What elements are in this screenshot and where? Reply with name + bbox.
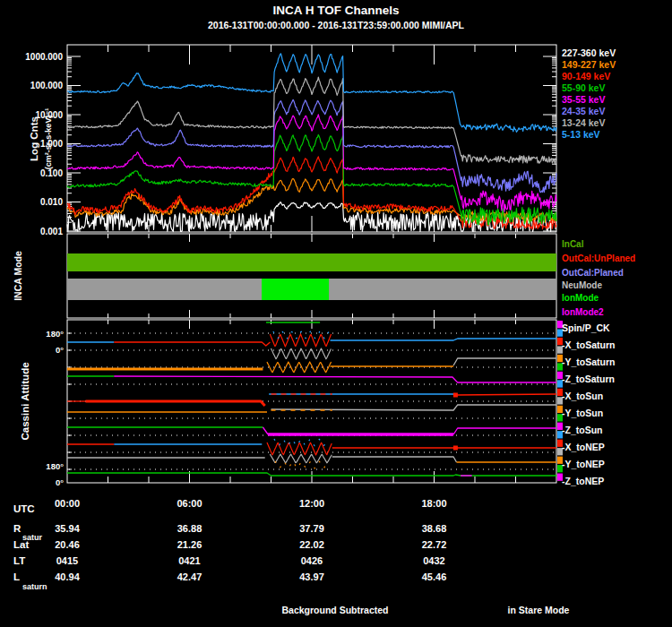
- utc-axis-label: 00:00: [55, 498, 80, 509]
- attitude-axis-label: Cassini Attitude: [20, 362, 30, 440]
- table-value-Lat-3: 22.72: [422, 539, 447, 550]
- table-value-R-2: 37.79: [299, 523, 324, 534]
- table-value-L-0: 40.94: [55, 571, 80, 582]
- attitude-legend--X_toSun: -X_toSun: [562, 391, 603, 401]
- mode-legend-IonMode2: IonMode2: [562, 307, 604, 317]
- attitude-degree-label: 180°: [46, 329, 64, 339]
- log-tick-label: 100.000: [30, 81, 64, 90]
- log-tick-label: 1.000: [40, 139, 63, 149]
- table-value-L-3: 45.46: [422, 571, 447, 582]
- attitude-degree-label: 0°: [56, 477, 64, 487]
- attitude-degree-label: 180°: [46, 461, 64, 471]
- table-value-Lat-1: 21.26: [177, 539, 202, 550]
- energy-legend-55-90 keV: 55-90 keV: [562, 82, 605, 93]
- table-row-label-r: R: [13, 523, 22, 534]
- attitude-legend--X_toNEP: -X_toNEP: [562, 442, 605, 452]
- attitude-legend--Z_toNEP: -Z_toNEP: [562, 476, 604, 486]
- table-value-LT-1: 0421: [178, 555, 200, 566]
- mode-legend-OutCal:UnPlaned: OutCal:UnPlaned: [562, 253, 635, 263]
- energy-legend-227-360 keV: 227-360 keV: [562, 47, 616, 58]
- utc-axis-label: 12:00: [299, 498, 324, 509]
- table-value-L-1: 42.47: [177, 571, 202, 582]
- table-value-LT-0: 0415: [56, 555, 78, 566]
- energy-legend-35-55 keV: 35-55 keV: [562, 94, 605, 105]
- energy-legend-5-13 keV: 5-13 keV: [562, 129, 600, 140]
- mode-legend-NeuMode: NeuMode: [562, 280, 602, 290]
- table-row-label-lat: Lat: [13, 539, 29, 550]
- attitude-legend--X_toSaturn: -X_toSaturn: [562, 339, 616, 350]
- log-tick-label: 0.100: [40, 168, 63, 178]
- table-row-sublabel-l: saturn: [22, 582, 47, 591]
- mode-axis-label: INCA Mode: [13, 251, 23, 301]
- mode-bar-0: [67, 253, 556, 271]
- footer-background-subtracted: Background Subtracted: [281, 605, 388, 615]
- utc-row-header: UTC: [13, 503, 35, 514]
- table-value-Lat-2: 22.02: [299, 539, 324, 550]
- table-value-LT-3: 0432: [423, 555, 444, 566]
- energy-legend-13-24 keV: 13-24 keV: [562, 117, 605, 128]
- attitude-legend--Y_toNEP: -Y_toNEP: [562, 459, 605, 469]
- table-row-label-l: L: [13, 571, 20, 582]
- attitude-legend-Spin/P_CK: Spin/P_CK: [562, 322, 610, 333]
- plot-canvas: INCA H TOF Channels 2016-131T00:00:00.00…: [0, 0, 672, 627]
- energy-legend-149-227 keV: 149-227 keV: [562, 59, 616, 70]
- table-row-label-lt: LT: [13, 555, 25, 566]
- attitude-trace-marker: [453, 446, 458, 451]
- attitude-degree-label: 0°: [56, 345, 64, 355]
- table-value-LT-2: 0426: [301, 555, 323, 566]
- counts-axis-label: Log Cnts: [29, 116, 39, 161]
- log-tick-label: 0.010: [40, 197, 63, 207]
- energy-legend-90-149 keV: 90-149 keV: [562, 71, 610, 82]
- attitude-trace-marker: [453, 393, 458, 398]
- inca-tof-plot-window: INCA H TOF Channels 2016-131T00:00:00.00…: [0, 0, 672, 627]
- attitude-legend--Y_toSun: -Y_toSun: [562, 408, 603, 418]
- mode-bar-2: [262, 279, 329, 300]
- log-tick-label: 1000.000: [25, 52, 63, 62]
- page-subtitle: 2016-131T00:00:00.000 - 2016-131T23:59:0…: [208, 20, 465, 30]
- mode-legend-OutCal:Planed: OutCal:Planed: [562, 268, 624, 278]
- table-value-L-2: 43.97: [299, 571, 324, 582]
- attitude-legend--Z_toSun: -Z_toSun: [562, 425, 603, 435]
- table-value-R-1: 36.88: [177, 523, 202, 534]
- log-tick-label: 10.000: [35, 110, 63, 120]
- attitude-legend--Z_toSaturn: -Z_toSaturn: [562, 374, 615, 384]
- table-value-R-3: 38.68: [422, 523, 447, 534]
- page-title: INCA H TOF Channels: [272, 4, 399, 17]
- utc-axis-label: 18:00: [421, 498, 446, 509]
- mode-legend-InCal: InCal: [562, 239, 584, 249]
- log-tick-label: 0.001: [40, 227, 63, 236]
- table-value-R-0: 35.94: [55, 523, 80, 534]
- utc-axis-label: 06:00: [177, 498, 202, 509]
- energy-legend-24-35 keV: 24-35 keV: [562, 106, 605, 116]
- table-value-Lat-0: 20.46: [55, 539, 80, 550]
- footer-stare-mode: in Stare Mode: [508, 605, 570, 615]
- attitude-legend--Y_toSaturn: -Y_toSaturn: [562, 356, 616, 367]
- mode-legend-IonMode: IonMode: [562, 293, 599, 303]
